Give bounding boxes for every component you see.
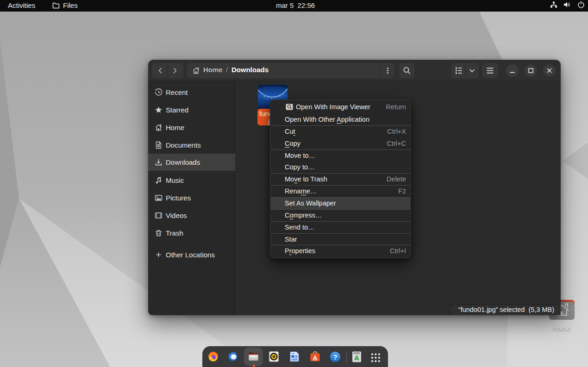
svg-text:?: ? xyxy=(333,353,337,361)
